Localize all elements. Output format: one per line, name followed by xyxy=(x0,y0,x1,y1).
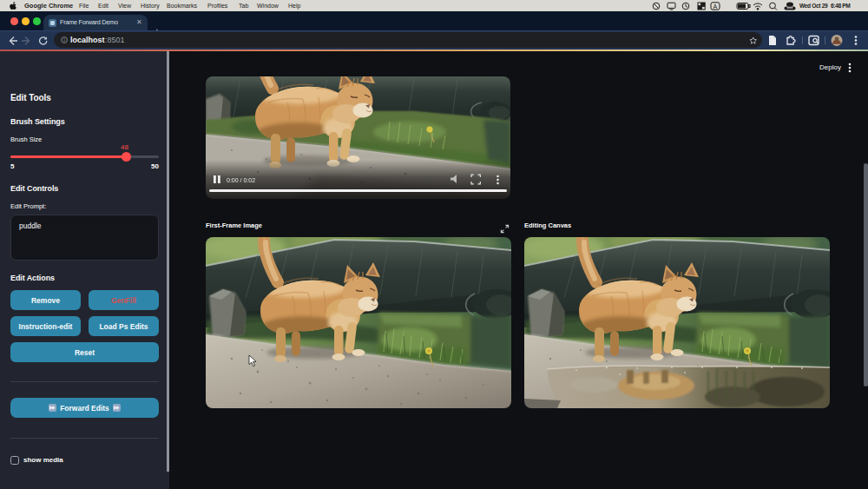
svg-text:A: A xyxy=(713,3,718,9)
svg-text:0:00 / 0:02: 0:00 / 0:02 xyxy=(227,177,255,183)
